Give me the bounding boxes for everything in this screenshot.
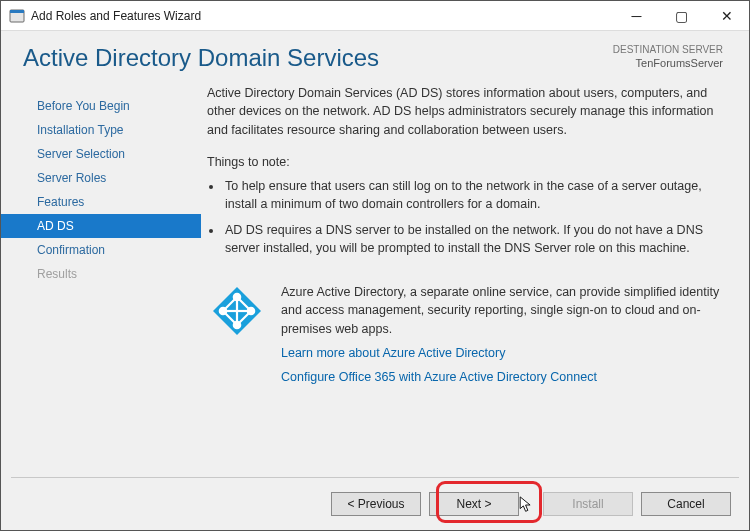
maximize-button[interactable]: ▢	[659, 1, 704, 30]
wizard-window: Add Roles and Features Wizard ─ ▢ ✕ Acti…	[0, 0, 750, 531]
sidebar-item-confirmation[interactable]: Confirmation	[1, 238, 201, 262]
window-controls: ─ ▢ ✕	[614, 1, 749, 30]
sidebar-item-server-roles[interactable]: Server Roles	[1, 166, 201, 190]
sidebar-item-label: Installation Type	[37, 123, 124, 137]
content-area: Active Directory Domain Services (AD DS)…	[201, 84, 749, 477]
sidebar-item-label: AD DS	[37, 219, 74, 233]
azure-text-block: Azure Active Directory, a separate onlin…	[281, 283, 723, 386]
body: Before You Begin Installation Type Serve…	[1, 76, 749, 477]
app-icon	[9, 8, 25, 24]
notes-list: To help ensure that users can still log …	[223, 177, 723, 266]
install-button: Install	[543, 492, 633, 516]
azure-learn-more-link[interactable]: Learn more about Azure Active Directory	[281, 344, 723, 362]
intro-text: Active Directory Domain Services (AD DS)…	[207, 84, 723, 138]
sidebar-item-label: Features	[37, 195, 84, 209]
button-row: < Previous Next > Install Cancel	[1, 478, 749, 530]
cancel-button[interactable]: Cancel	[641, 492, 731, 516]
page-title: Active Directory Domain Services	[23, 44, 379, 72]
sidebar: Before You Begin Installation Type Serve…	[1, 84, 201, 477]
sidebar-item-before-you-begin[interactable]: Before You Begin	[1, 94, 201, 118]
destination-label: DESTINATION SERVER	[613, 43, 723, 56]
sidebar-item-label: Results	[37, 267, 77, 281]
svg-rect-1	[10, 10, 24, 13]
header: Active Directory Domain Services DESTINA…	[1, 31, 749, 76]
sidebar-item-label: Server Selection	[37, 147, 125, 161]
list-item: To help ensure that users can still log …	[223, 177, 723, 213]
titlebar: Add Roles and Features Wizard ─ ▢ ✕	[1, 1, 749, 31]
sidebar-item-server-selection[interactable]: Server Selection	[1, 142, 201, 166]
note-text: AD DS requires a DNS server to be instal…	[225, 223, 703, 255]
destination-name: TenForumsServer	[613, 56, 723, 70]
azure-description: Azure Active Directory, a separate onlin…	[281, 283, 723, 337]
sidebar-item-installation-type[interactable]: Installation Type	[1, 118, 201, 142]
sidebar-item-label: Server Roles	[37, 171, 106, 185]
note-text: To help ensure that users can still log …	[225, 179, 702, 211]
list-item: AD DS requires a DNS server to be instal…	[223, 221, 723, 257]
azure-ad-icon	[209, 283, 265, 344]
sidebar-item-label: Before You Begin	[37, 99, 130, 113]
sidebar-item-adds[interactable]: AD DS	[1, 214, 201, 238]
next-button[interactable]: Next >	[429, 492, 519, 516]
destination-server: DESTINATION SERVER TenForumsServer	[613, 43, 723, 72]
things-to-note-label: Things to note:	[207, 153, 723, 171]
window-title: Add Roles and Features Wizard	[31, 9, 614, 23]
sidebar-item-label: Confirmation	[37, 243, 105, 257]
azure-configure-link[interactable]: Configure Office 365 with Azure Active D…	[281, 368, 723, 386]
sidebar-item-features[interactable]: Features	[1, 190, 201, 214]
cursor-icon	[519, 496, 534, 514]
previous-button[interactable]: < Previous	[331, 492, 421, 516]
azure-info-box: Azure Active Directory, a separate onlin…	[207, 283, 723, 386]
minimize-button[interactable]: ─	[614, 1, 659, 30]
sidebar-item-results: Results	[1, 262, 201, 286]
close-button[interactable]: ✕	[704, 1, 749, 30]
